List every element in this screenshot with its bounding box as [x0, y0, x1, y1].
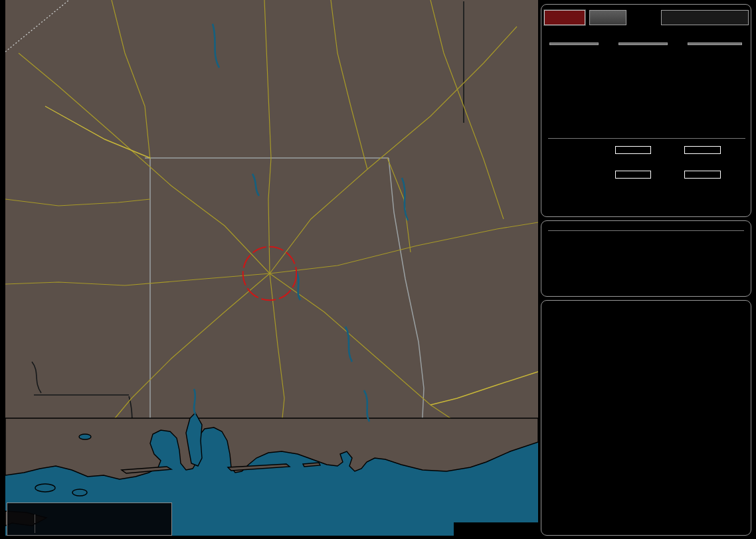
strikes-column — [548, 42, 600, 49]
noise-button[interactable] — [589, 10, 626, 25]
bearing-distance-readout — [661, 10, 749, 25]
app-window — [0, 0, 756, 539]
status-row — [548, 236, 751, 250]
intracloud-row — [548, 171, 745, 179]
map-legend — [7, 502, 172, 536]
legend-divider — [35, 514, 35, 523]
lightning-distribution-section — [548, 135, 745, 185]
lightning-map[interactable] — [5, 0, 538, 536]
legend-header-row — [11, 504, 171, 514]
status-row — [548, 263, 751, 276]
legend-old-row — [11, 524, 171, 534]
cg-positive-bar — [615, 146, 652, 154]
squelch-label — [548, 236, 604, 250]
stats-panel — [541, 4, 751, 217]
copyright-bar — [454, 522, 538, 536]
persistence-value — [604, 250, 650, 263]
close-column — [617, 42, 669, 49]
status-panel — [541, 220, 751, 297]
map-area[interactable] — [5, 0, 538, 536]
range-label — [548, 263, 604, 276]
strike-button[interactable] — [544, 10, 585, 25]
ic-negative-bar — [684, 171, 721, 179]
close-per-min-badge[interactable] — [618, 42, 668, 45]
persistence-label — [548, 250, 604, 263]
cloud-ground-row — [548, 146, 745, 154]
status-row — [548, 250, 751, 263]
trend-panel — [541, 300, 751, 536]
status-rows — [541, 231, 751, 276]
upload-value — [704, 236, 751, 250]
noises-per-min-badge[interactable] — [688, 42, 743, 45]
strikes-per-min-badge[interactable] — [549, 42, 599, 45]
distribution-title — [548, 135, 745, 139]
cg-negative-bar — [684, 146, 721, 154]
ic-positive-bar — [615, 171, 652, 179]
upload-label — [650, 236, 704, 250]
trend-graph-chart — [541, 301, 751, 535]
capture-value — [704, 250, 751, 263]
marsh-lake — [35, 484, 55, 492]
noises-column — [686, 42, 744, 49]
receiver-label — [650, 263, 704, 276]
squelch-value — [604, 236, 650, 250]
capture-label — [650, 250, 704, 263]
legend-recent-row — [11, 514, 171, 524]
receiver-value — [704, 263, 751, 276]
range-value — [604, 263, 650, 276]
marsh-lake — [72, 489, 87, 496]
legend-divider — [35, 524, 35, 533]
datetime-display — [541, 221, 751, 230]
